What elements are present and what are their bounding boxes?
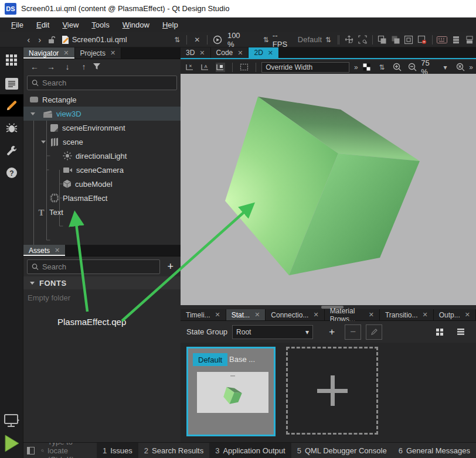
move-up-icon[interactable]: ↑ bbox=[76, 62, 91, 71]
canvas-hscrollbar[interactable] bbox=[181, 305, 476, 309]
filter-icon[interactable] bbox=[93, 63, 108, 70]
zoom-in-icon[interactable] bbox=[393, 63, 402, 72]
forward-icon[interactable]: › bbox=[34, 35, 45, 45]
list-view-icon[interactable] bbox=[453, 324, 469, 340]
fps-spinner-icon[interactable]: ⇅ bbox=[322, 36, 335, 44]
zoom-spinner-icon[interactable]: ⇅ bbox=[260, 36, 273, 44]
menu-help[interactable]: Help bbox=[157, 19, 183, 30]
menu-window[interactable]: Window bbox=[117, 19, 155, 30]
debug-mode-bug-icon[interactable] bbox=[0, 118, 23, 139]
assets-search[interactable] bbox=[27, 259, 160, 274]
tree-row-cube-model[interactable]: cubeModel bbox=[23, 177, 181, 191]
tree-row-plasma-effect[interactable]: PlasmaEffect bbox=[23, 191, 181, 205]
tab-output[interactable]: Outp... ✕ bbox=[434, 309, 476, 320]
expander-icon[interactable] bbox=[41, 141, 46, 143]
tree-row-view3d[interactable]: view3D bbox=[23, 107, 181, 121]
menu-file[interactable]: File bbox=[6, 19, 29, 30]
close-icon[interactable]: ✕ bbox=[254, 311, 260, 319]
close-icon[interactable]: ✕ bbox=[465, 311, 470, 319]
snap-items-icon[interactable] bbox=[216, 63, 225, 72]
transform-move-icon[interactable] bbox=[344, 35, 354, 45]
tab-material-browser[interactable]: Material Brows... ✕ bbox=[325, 309, 380, 320]
view-stack-icon[interactable] bbox=[464, 35, 474, 45]
paste-component-icon[interactable] bbox=[390, 35, 400, 45]
move-down-icon[interactable]: ↓ bbox=[60, 62, 75, 71]
show-bounds-icon[interactable] bbox=[239, 63, 249, 72]
tab-transitions[interactable]: Transitio... ✕ bbox=[380, 309, 434, 320]
welcome-mode-grid-icon[interactable] bbox=[0, 50, 23, 71]
close-icon[interactable]: ✕ bbox=[268, 49, 273, 57]
remove-state-group-button[interactable]: − bbox=[345, 324, 361, 340]
preview-zoom-value[interactable]: 100 % bbox=[227, 31, 247, 49]
assets-search-input[interactable] bbox=[42, 262, 156, 271]
design-mode-pencil-icon[interactable] bbox=[0, 94, 23, 117]
add-state-group-button[interactable]: + bbox=[324, 324, 340, 340]
snap-anchors-icon[interactable]: A bbox=[200, 63, 210, 72]
close-icon[interactable]: ✕ bbox=[63, 49, 69, 57]
canvas-color-icon[interactable] bbox=[362, 63, 372, 72]
expander-icon[interactable] bbox=[30, 112, 35, 115]
close-icon[interactable]: ✕ bbox=[215, 311, 220, 319]
no-snapping-icon[interactable]: ✕ bbox=[185, 63, 195, 72]
live-preview-monitor-icon[interactable] bbox=[0, 411, 23, 432]
run-project-play-icon[interactable] bbox=[0, 432, 23, 455]
output-pane-general-messages[interactable]: 6 General Messages bbox=[393, 443, 476, 458]
help-icon[interactable]: ? bbox=[0, 162, 23, 183]
assets-section-fonts[interactable]: FONTS bbox=[23, 276, 181, 289]
tab-2d[interactable]: 2D ✕ bbox=[249, 47, 279, 58]
fps-device-value[interactable]: Default bbox=[298, 35, 322, 44]
close-icon[interactable]: ✕ bbox=[199, 49, 205, 57]
move-right-icon[interactable]: → bbox=[43, 62, 59, 71]
output-pane-application-output[interactable]: 3 Application Output bbox=[209, 443, 291, 458]
tab-projects[interactable]: Projects ✕ bbox=[75, 47, 122, 59]
root-size-combo[interactable]: Override Width bbox=[261, 62, 349, 73]
selection-frame-icon[interactable] bbox=[358, 35, 368, 45]
form-editor-canvas[interactable] bbox=[181, 74, 476, 305]
tree-row-text[interactable]: T Text bbox=[23, 205, 181, 219]
tree-row-directional-light[interactable]: directionalLight bbox=[23, 149, 181, 163]
add-state-tile[interactable] bbox=[286, 347, 378, 435]
navigator-search-input[interactable] bbox=[42, 78, 172, 87]
tree-row-scene[interactable]: scene bbox=[23, 135, 181, 149]
canvas-zoom-value[interactable]: 75 % bbox=[421, 59, 436, 76]
menu-edit[interactable]: Edit bbox=[31, 19, 55, 30]
keyboard-shortcuts-icon[interactable] bbox=[437, 35, 447, 45]
settings-wrench-icon[interactable] bbox=[0, 140, 23, 161]
menu-tools[interactable]: Tools bbox=[86, 19, 114, 30]
tab-timeline[interactable]: Timeli... ✕ bbox=[181, 309, 226, 320]
run-preview-icon[interactable] bbox=[212, 35, 222, 45]
isolate-component-icon[interactable] bbox=[404, 35, 414, 45]
close-icon[interactable]: ✕ bbox=[423, 311, 428, 319]
zoom-out-icon[interactable] bbox=[407, 63, 417, 72]
close-icon[interactable]: ✕ bbox=[369, 311, 374, 319]
canvas-spinner-icon[interactable]: ⇅ bbox=[375, 63, 388, 71]
thumbnail-view-icon[interactable] bbox=[431, 324, 448, 340]
close-icon[interactable]: ✕ bbox=[313, 311, 318, 319]
workspace-list-icon[interactable] bbox=[451, 35, 461, 45]
toolbar-overflow-icon[interactable]: » bbox=[354, 63, 358, 71]
tree-row-scene-environment[interactable]: sceneEnvironment bbox=[23, 121, 181, 135]
sidebar-toggle-icon[interactable] bbox=[27, 446, 35, 455]
output-pane-search-results[interactable]: 2 Search Results bbox=[138, 443, 209, 458]
unlock-icon[interactable] bbox=[47, 35, 57, 45]
remove-annotations-icon[interactable] bbox=[417, 35, 427, 45]
tree-row-rectangle[interactable]: Rectangle bbox=[23, 93, 181, 107]
tab-code[interactable]: Code ✕ bbox=[211, 47, 249, 58]
copy-component-icon[interactable] bbox=[377, 35, 387, 45]
close-document-icon[interactable]: ✕ bbox=[190, 36, 204, 44]
close-icon[interactable]: ✕ bbox=[110, 49, 115, 57]
state-thumbnail[interactable] bbox=[197, 372, 268, 413]
state-default-tag[interactable]: Default bbox=[193, 353, 227, 366]
zoom-fit-icon[interactable] bbox=[455, 63, 465, 72]
output-pane-issues[interactable]: 1 Issues bbox=[97, 443, 138, 458]
edit-mode-icon[interactable] bbox=[0, 73, 23, 94]
add-asset-button[interactable]: + bbox=[164, 261, 177, 273]
close-icon[interactable]: ✕ bbox=[237, 49, 243, 57]
tab-navigator[interactable]: Navigator ✕ bbox=[23, 47, 75, 59]
tab-3d[interactable]: 3D ✕ bbox=[181, 47, 211, 58]
close-icon[interactable]: ✕ bbox=[55, 247, 60, 254]
tab-assets[interactable]: Assets ✕ bbox=[23, 245, 66, 256]
state-group-combo[interactable]: Root ▾ bbox=[232, 325, 313, 339]
edit-document-icon[interactable] bbox=[60, 35, 70, 45]
tab-connections[interactable]: Connectio... ✕ bbox=[266, 309, 324, 320]
